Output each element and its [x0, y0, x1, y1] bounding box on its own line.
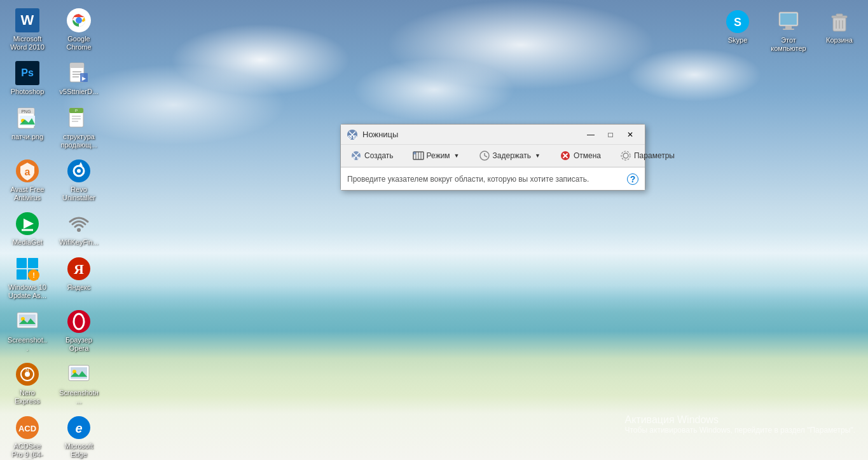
snipping-tool-icon: [346, 128, 359, 141]
activation-title: Активация Windows: [624, 414, 855, 426]
desktop-icon-win10upd[interactable]: ! Windows 10 Update As...: [5, 254, 50, 302]
minimize-button[interactable]: —: [581, 128, 600, 142]
svg-text:S: S: [734, 16, 741, 29]
svg-text:Я: Я: [74, 261, 84, 277]
svg-rect-94: [413, 152, 416, 154]
svg-point-29: [77, 228, 81, 232]
desktop-icon-mediaget[interactable]: MediaGet: [5, 208, 50, 249]
create-icon: [350, 150, 362, 161]
create-label: Создать: [364, 151, 394, 160]
icon-label-struktura: структура продающ...: [59, 133, 99, 149]
svg-point-101: [623, 153, 628, 158]
svg-text:P: P: [75, 109, 78, 112]
create-button[interactable]: Создать: [345, 147, 399, 164]
delay-button[interactable]: Задержать ▼: [473, 147, 546, 164]
desktop-icon-skype[interactable]: S Skype: [715, 6, 760, 55]
svg-point-25: [77, 169, 81, 173]
desktop-icon-yandex[interactable]: Я Яндекс: [57, 254, 101, 302]
desktop-icon-revo[interactable]: Revo Uninstaller: [57, 156, 101, 205]
desktop-icons-right: S Skype Этот компьютер К: [715, 6, 862, 55]
icon-label-screenshot1: Screenshot...: [8, 336, 47, 353]
desktop-icon-computer[interactable]: Этот компьютер: [766, 6, 811, 55]
desktop-icon-opera[interactable]: Браузер Opera: [57, 306, 101, 355]
svg-point-102: [621, 151, 630, 160]
svg-rect-30: [17, 258, 27, 268]
icon-label-screenshot2: Screenshotн...: [59, 389, 99, 405]
maximize-button[interactable]: □: [601, 128, 620, 142]
svg-text:N: N: [25, 367, 29, 373]
activation-description: Чтобы активировать Windows, перейдите в …: [624, 426, 855, 435]
window-statusbar: Проведите указателем вокруг области, кот…: [341, 167, 645, 190]
delay-icon: [479, 150, 490, 161]
desktop-icon-wifikey[interactable]: WifiKeyFin...: [57, 208, 101, 249]
desktop-icon-struktura[interactable]: P структура продающ...: [57, 103, 101, 152]
mode-label: Режим: [427, 151, 450, 160]
icon-label-wifikey: WifiKeyFin...: [59, 238, 99, 247]
desktop-background: [0, 0, 868, 460]
svg-rect-76: [785, 26, 792, 29]
desktop-icon-avast[interactable]: a Avast Free Antivirus: [5, 156, 50, 205]
desktop-icon-photoshop[interactable]: Ps Photoshop: [5, 58, 50, 98]
cancel-button[interactable]: Отмена: [554, 147, 607, 164]
desktop-icons-area: W Microsoft Word 2010 Google Chrome: [0, 0, 109, 460]
params-icon: [620, 150, 631, 161]
desktop-icon-chrome[interactable]: Google Chrome: [57, 5, 101, 54]
desktop-icon-acdsee[interactable]: ACD ACDSee Pro 9 (64-bit): [5, 412, 50, 460]
activation-area: Активация Windows Чтобы активировать Win…: [624, 414, 855, 435]
icon-label-revo: Revo Uninstaller: [59, 186, 99, 202]
mode-dropdown-arrow: ▼: [454, 152, 460, 159]
status-text: Проведите указателем вокруг области, кот…: [347, 175, 589, 184]
icon-label-nero: Nero Express: [8, 389, 47, 405]
icon-label-mediaget: MediaGet: [12, 238, 43, 247]
desktop-icon-screenshot2[interactable]: Screenshotн...: [57, 359, 101, 408]
desktop-icon-screenshot1[interactable]: Screenshot...: [5, 306, 50, 355]
svg-text:▶: ▶: [82, 76, 86, 81]
svg-text:ACD: ACD: [18, 424, 36, 433]
icon-label-edge: Microsoft Edge: [59, 442, 99, 459]
desktop-icon-patchi[interactable]: PNG патчи.png: [5, 103, 50, 152]
close-button[interactable]: ✕: [621, 128, 640, 142]
icon-label-word2010: Microsoft Word 2010: [8, 35, 47, 51]
icon-label-avast: Avast Free Antivirus: [8, 186, 47, 202]
snipping-tool-window: Ножницы — □ ✕ Создать: [340, 124, 645, 191]
icon-label-v5sttni: v5SttnieгD...: [60, 88, 99, 96]
desktop-icon-nero[interactable]: N Nero Express: [5, 359, 50, 408]
svg-text:a: a: [25, 166, 31, 177]
window-toolbar: Создать Режим ▼: [341, 145, 645, 167]
desktop-icon-edge[interactable]: e Microsoft Edge: [57, 412, 101, 460]
svg-text:!: !: [32, 271, 35, 279]
delay-label: Задержать: [493, 151, 531, 160]
svg-rect-4: [70, 63, 84, 68]
desktop-icon-trash[interactable]: Корзина: [817, 6, 862, 55]
icon-label-trash: Корзина: [826, 36, 853, 44]
cancel-icon: [560, 150, 571, 161]
icon-label-skype: Skype: [728, 36, 748, 44]
svg-rect-80: [836, 14, 843, 17]
icon-label-chrome: Google Chrome: [59, 35, 99, 51]
svg-point-2: [76, 17, 82, 24]
icon-label-photoshop: Photoshop: [11, 88, 45, 96]
desktop-icon-v5sttni[interactable]: ▶ v5SttnieгD...: [57, 58, 101, 98]
cancel-label: Отмена: [574, 151, 601, 160]
help-icon[interactable]: ?: [627, 173, 638, 185]
params-button[interactable]: Параметры: [614, 147, 680, 164]
svg-text:e: e: [75, 421, 82, 435]
icon-label-opera: Браузер Opera: [59, 336, 99, 353]
mode-button[interactable]: Режим ▼: [407, 147, 465, 164]
icon-label-acdsee: ACDSee Pro 9 (64-bit): [8, 442, 47, 460]
svg-rect-77: [783, 29, 794, 30]
icon-label-win10upd: Windows 10 Update As...: [8, 283, 47, 300]
params-label: Параметры: [634, 151, 675, 160]
icon-label-patchi: патчи.png: [11, 133, 43, 141]
window-titlebar: Ножницы — □ ✕: [341, 125, 645, 145]
icon-label-yandex: Яндекс: [67, 283, 91, 292]
window-title: Ножницы: [362, 130, 581, 139]
svg-rect-31: [28, 258, 38, 268]
icon-label-computer: Этот компьютер: [769, 36, 808, 53]
svg-text:PNG: PNG: [21, 109, 31, 114]
mode-icon: [413, 150, 424, 161]
delay-dropdown-arrow: ▼: [535, 152, 541, 159]
desktop-icon-word2010[interactable]: W Microsoft Word 2010: [5, 5, 50, 54]
svg-line-97: [485, 156, 487, 157]
svg-rect-32: [17, 269, 27, 280]
